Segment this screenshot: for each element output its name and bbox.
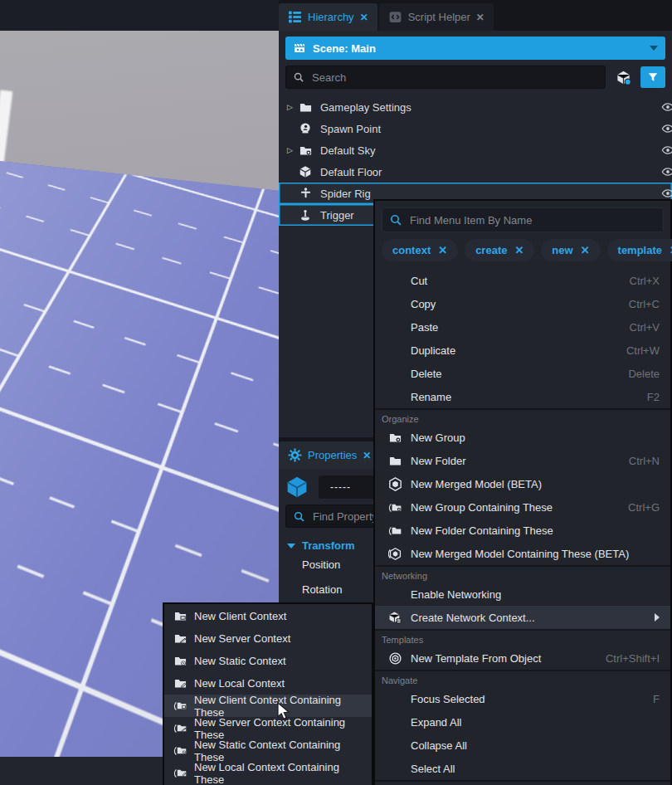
filter-tag-label: create (475, 244, 507, 256)
menu-item-new-folder[interactable]: New FolderCtrl+N (375, 449, 670, 472)
submenu-item-label: New Client Context (194, 610, 286, 622)
remove-tag-icon[interactable]: ✕ (514, 244, 523, 256)
filter-tag-label: template (618, 244, 662, 256)
submenu-item-new-server-context-containing-these[interactable]: New Server Context Containing These (164, 717, 372, 739)
menu-item-shortcut: Ctrl+Shift+I (606, 652, 660, 665)
menu-item-new-template-from-object[interactable]: New Template From ObjectCtrl+Shift+I (375, 646, 670, 670)
visibility-eye-icon[interactable] (661, 165, 672, 178)
tab-script-helper[interactable]: Script Helper✕ (379, 3, 494, 31)
visibility-eye-icon[interactable] (661, 100, 672, 114)
menu-item-label: New Merged Model Containing These (BETA) (411, 548, 629, 560)
submenu-item-label: New Server Context (194, 632, 290, 645)
filter-tag-template[interactable]: template✕ (607, 239, 672, 261)
submenu-item-new-server-context[interactable]: New Server Context (164, 627, 372, 650)
filter-tag-label: context (392, 244, 431, 256)
menu-item-new-group-containing-these[interactable]: New Group Containing TheseCtrl+G (375, 495, 670, 519)
menu-item-cut[interactable]: CutCtrl+X (375, 269, 670, 292)
tab-properties[interactable]: Properties ✕ (279, 441, 380, 469)
menu-item-new-group[interactable]: New Group (375, 426, 670, 449)
filter-tag-create[interactable]: create✕ (465, 239, 534, 261)
filter-tag-new[interactable]: new✕ (541, 239, 600, 261)
merged-model-containing-icon (387, 547, 403, 561)
tree-row-default-floor[interactable]: Default Floor (279, 161, 672, 183)
visibility-eye-icon[interactable] (661, 144, 672, 157)
folder-client-icon (172, 610, 188, 622)
menu-section-header: Templates (375, 631, 670, 646)
property-label: Position (302, 558, 340, 571)
submenu-item-new-static-context-containing-these[interactable]: New Static Context Containing These (164, 739, 372, 762)
remove-tag-icon[interactable]: ✕ (581, 244, 590, 256)
close-icon[interactable]: ✕ (360, 12, 368, 23)
tree-row-gameplay-settings[interactable]: ▷Gameplay Settings (279, 96, 672, 118)
menu-item-label: New Group Containing These (411, 501, 553, 514)
menu-divider (375, 780, 670, 782)
object-cube-icon (285, 475, 309, 499)
menu-item-enable-networking[interactable]: Enable Networking (375, 583, 670, 606)
menu-item-new-merged-model-containing-these-beta[interactable]: New Merged Model Containing These (BETA) (375, 542, 670, 565)
menu-item-select-all[interactable]: Select All (375, 757, 670, 780)
hierarchy-search-field[interactable] (285, 66, 606, 89)
menu-item-shortcut: Delete (628, 368, 660, 380)
menu-search-field[interactable] (382, 207, 664, 232)
search-icon (293, 71, 304, 83)
menu-item-create-network-context[interactable]: Create Network Context... (375, 606, 670, 629)
submenu-item-new-local-context-containing-these[interactable]: New Local Context Containing These (164, 762, 372, 784)
menu-body: CutCtrl+XCopyCtrl+CPasteCtrl+VDuplicateC… (375, 269, 670, 782)
menu-item-collapse-all[interactable]: Collapse All (375, 734, 670, 757)
submenu-item-label: New Static Context (194, 655, 286, 667)
visibility-eye-icon[interactable] (661, 187, 672, 200)
menu-item-label: New Group (411, 432, 465, 444)
menu-item-delete[interactable]: DeleteDelete (375, 362, 670, 385)
filter-tag-context[interactable]: context✕ (382, 239, 458, 261)
menu-item-copy[interactable]: CopyCtrl+C (375, 292, 670, 315)
close-icon[interactable]: ✕ (363, 450, 371, 461)
spawn-point-icon (298, 122, 313, 135)
submenu-item-new-local-context[interactable]: New Local Context (164, 672, 372, 695)
folder-group-icon (387, 432, 403, 444)
tree-item-label: Default Floor (320, 166, 382, 178)
hierarchy-search-input[interactable] (310, 71, 598, 85)
tab-label: Script Helper (408, 11, 470, 23)
submenu-item-new-static-context[interactable]: New Static Context (164, 650, 372, 672)
filter-button[interactable] (640, 66, 665, 88)
remove-tag-icon[interactable]: ✕ (438, 244, 447, 256)
chevron-down-icon (650, 46, 658, 51)
menu-section-header: Organize (375, 410, 670, 426)
collapse-triangle-icon (287, 544, 295, 549)
menu-item-shortcut: Ctrl+N (629, 455, 660, 467)
property-label: Rotation (302, 583, 342, 596)
gear-icon (288, 448, 302, 462)
folder-client-containing-icon (172, 700, 188, 712)
menu-item-shortcut: Ctrl+X (630, 275, 660, 287)
menu-item-paste[interactable]: PasteCtrl+V (375, 315, 670, 339)
submenu-item-new-client-context-containing-these[interactable]: New Client Context Containing These (164, 695, 372, 717)
menu-search-input[interactable] (408, 213, 656, 227)
scene-selector[interactable]: Scene: Main (285, 37, 665, 60)
menu-item-label: Select All (411, 763, 455, 775)
object-name: ----- (330, 481, 351, 493)
tree-item-label: Gameplay Settings (320, 101, 411, 114)
close-icon[interactable]: ✕ (476, 12, 485, 23)
folder-static-icon (172, 655, 188, 667)
menu-item-new-folder-containing-these[interactable]: New Folder Containing These (375, 519, 670, 542)
hierarchy-search-row (285, 66, 665, 89)
submenu-item-label: New Local Context Containing These (194, 761, 365, 785)
menu-item-rename[interactable]: RenameF2 (375, 385, 670, 408)
menu-item-new-merged-model-beta[interactable]: New Merged Model (BETA) (375, 472, 670, 495)
expand-arrow-icon[interactable]: ▷ (287, 103, 298, 111)
submenu-item-new-client-context[interactable]: New Client Context (164, 605, 372, 627)
menu-item-duplicate[interactable]: DuplicateCtrl+W (375, 339, 670, 362)
tree-row-default-sky[interactable]: ▷Default Sky (279, 139, 672, 161)
menu-item-label: Copy (411, 298, 436, 310)
group-objects-button[interactable] (611, 66, 635, 88)
menu-item-focus-selected[interactable]: Focus SelectedF (375, 687, 670, 710)
menu-item-label: Create Network Context... (411, 612, 535, 624)
expand-arrow-icon[interactable]: ▷ (287, 146, 298, 154)
menu-item-label: Focus Selected (411, 693, 485, 705)
menu-item-shortcut: Ctrl+G (628, 501, 660, 514)
visibility-eye-icon[interactable] (661, 122, 672, 135)
hierarchy-tab-strip: Hierarchy✕Script Helper✕ (279, 0, 672, 31)
tree-row-spawn-point[interactable]: Spawn Point (279, 118, 672, 139)
menu-item-expand-all[interactable]: Expand All (375, 710, 670, 734)
tab-hierarchy[interactable]: Hierarchy✕ (279, 3, 377, 31)
